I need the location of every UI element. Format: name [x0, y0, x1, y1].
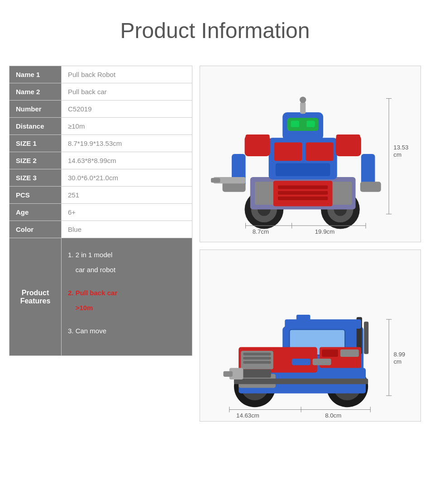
row-value-1: Pull back car [62, 83, 192, 101]
row-value-5: 14.63*8*8.99cm [62, 152, 192, 169]
table-row: PCS251 [10, 187, 192, 204]
row-value-2: C52019 [62, 101, 192, 118]
svg-rect-61 [243, 361, 271, 364]
svg-rect-59 [243, 353, 271, 355]
svg-rect-27 [291, 120, 299, 127]
features-row: Product Features1. 2 in 1 model car and … [10, 238, 192, 356]
row-label-6: SIZE 3 [10, 169, 62, 187]
row-label-5: SIZE 2 [10, 152, 62, 169]
svg-text:19.9cm: 19.9cm [315, 228, 335, 235]
svg-rect-67 [322, 350, 338, 357]
row-label-8: Age [10, 204, 62, 221]
table-row: Name 2Pull back car [10, 83, 192, 101]
row-value-9: Blue [62, 221, 192, 238]
row-value-0: Pull back Robot [62, 66, 192, 83]
table-row: ColorBlue [10, 221, 192, 238]
row-label-2: Number [10, 101, 62, 118]
svg-rect-73 [223, 371, 232, 377]
row-value-8: 6+ [62, 204, 192, 221]
svg-rect-63 [364, 322, 368, 354]
svg-text:13.53: 13.53 [393, 144, 408, 151]
svg-rect-60 [243, 357, 271, 360]
images-column: 13.53 cm 8.7cm 19.9cm [200, 66, 421, 422]
features-value: 1. 2 in 1 model car and robot2. Pull bac… [62, 238, 192, 356]
table-row: Name 1Pull back Robot [10, 66, 192, 83]
feature-item-1: 2. Pull back car >10m [68, 285, 186, 315]
svg-rect-28 [306, 120, 315, 127]
svg-rect-53 [234, 379, 368, 384]
svg-rect-22 [211, 178, 220, 182]
svg-rect-16 [276, 163, 330, 176]
svg-text:cm: cm [393, 151, 401, 158]
row-value-6: 30.0*6.0*21.0cm [62, 169, 192, 187]
svg-rect-15 [306, 142, 333, 161]
row-label-1: Name 2 [10, 83, 62, 101]
table-row: Distance≥10m [10, 118, 192, 135]
svg-rect-11 [278, 191, 328, 195]
features-label: Product Features [10, 238, 62, 356]
info-table-container: Name 1Pull back RobotName 2Pull back car… [9, 66, 192, 422]
svg-text:8.0cm: 8.0cm [325, 412, 341, 419]
row-label-0: Name 1 [10, 66, 62, 83]
svg-text:cm: cm [393, 358, 401, 365]
svg-rect-24 [360, 182, 381, 192]
row-value-4: 8.7*19.9*13.53cm [62, 135, 192, 152]
svg-rect-69 [292, 359, 311, 365]
svg-point-30 [300, 96, 306, 103]
svg-text:8.7cm: 8.7cm [253, 228, 269, 235]
car-svg: 8.99 cm 14.63cm 8.0cm [200, 250, 420, 421]
row-value-7: 251 [62, 187, 192, 204]
content-area: Name 1Pull back RobotName 2Pull back car… [0, 66, 430, 435]
svg-text:14.63cm: 14.63cm [236, 412, 259, 419]
svg-rect-70 [313, 359, 331, 365]
svg-rect-64 [285, 319, 361, 328]
table-row: SIZE 330.0*6.0*21.0cm [10, 169, 192, 187]
svg-rect-29 [300, 102, 306, 114]
svg-rect-71 [241, 370, 271, 378]
row-label-9: Color [10, 221, 62, 238]
info-table: Name 1Pull back RobotName 2Pull back car… [9, 66, 192, 356]
table-row: SIZE 18.7*19.9*13.53cm [10, 135, 192, 152]
row-value-3: ≥10m [62, 118, 192, 135]
car-image-box: 8.99 cm 14.63cm 8.0cm [200, 250, 421, 422]
row-label-4: SIZE 1 [10, 135, 62, 152]
svg-rect-65 [296, 315, 311, 322]
svg-rect-12 [278, 197, 328, 200]
feature-item-0: 1. 2 in 1 model car and robot [68, 247, 186, 277]
table-row: Age6+ [10, 204, 192, 221]
table-row: SIZE 214.63*8*8.99cm [10, 152, 192, 169]
robot-svg: 13.53 cm 8.7cm 19.9cm [200, 66, 420, 242]
svg-rect-31 [246, 134, 270, 140]
svg-rect-32 [336, 134, 360, 140]
table-row: NumberC52019 [10, 101, 192, 118]
svg-text:8.99: 8.99 [393, 351, 405, 358]
feature-item-2: 3. Can move [68, 323, 186, 338]
svg-rect-68 [340, 350, 359, 357]
row-label-7: PCS [10, 187, 62, 204]
robot-image-box: 13.53 cm 8.7cm 19.9cm [200, 66, 421, 242]
row-label-3: Distance [10, 118, 62, 135]
svg-rect-10 [278, 185, 328, 189]
svg-rect-14 [274, 142, 302, 161]
page-title: Product Information [0, 0, 430, 66]
svg-rect-23 [361, 154, 375, 186]
